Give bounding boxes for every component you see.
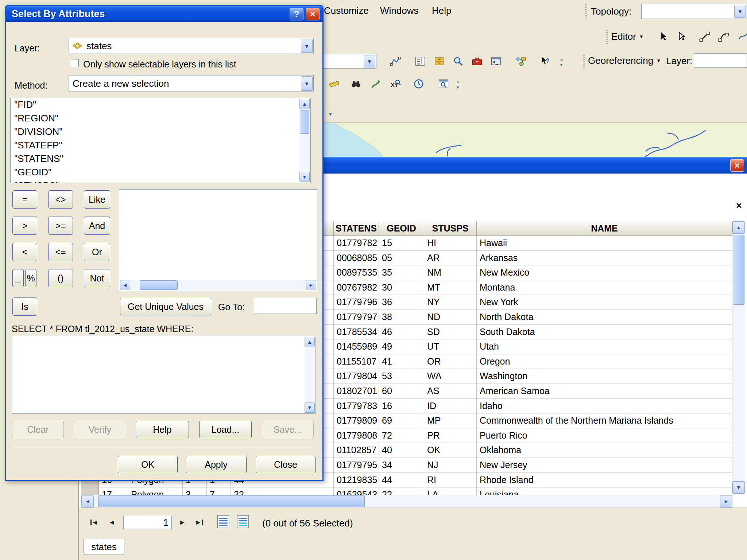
record-next-button[interactable]: ► [176,516,189,529]
clear-button[interactable]: Clear [12,421,64,438]
table-row[interactable]: 01779797 38 ND North Dakota [256,310,732,325]
field-list-item[interactable]: "REGION" [11,112,310,125]
topology-combo-arrow-icon[interactable]: ▼ [734,5,746,18]
table-vscroll-down-icon[interactable]: ▼ [732,481,745,494]
table-row[interactable]: 00068085 05 AR Arkansas [256,251,732,266]
table-hscrollbar-thumb[interactable] [98,495,365,507]
field-list-item[interactable]: "GEOID" [11,166,310,179]
map-scale-combobox[interactable]: ▼ [317,54,376,69]
menu-item-customize[interactable]: Customize [324,5,369,16]
fields-scroll-down-icon[interactable]: ▼ [299,172,310,182]
table-row[interactable]: 01779808 72 PR Puerto Rico [256,428,732,443]
show-all-records-button[interactable] [217,514,229,529]
topology-combobox[interactable]: ▼ [641,4,747,19]
values-hscrollbar-thumb[interactable] [140,280,178,290]
table-row-left-fragment[interactable]: 17 Polygon 3 7 22 [81,487,256,495]
unique-values-listbox[interactable]: ◄ ► [119,189,317,291]
row-selector-cell[interactable] [81,487,99,495]
save-button[interactable]: Save... [262,421,314,438]
method-combobox[interactable]: Create a new selection ▼ [69,75,314,92]
field-list-item[interactable]: "STATENS" [11,152,310,166]
field-list-item[interactable]: "STUSPS" [11,179,310,183]
op-greaterequal-button[interactable]: >= [48,217,73,235]
table-row[interactable]: 01779783 16 ID Idaho [256,399,732,414]
method-combo-arrow-icon[interactable]: ▼ [301,76,313,91]
op-greater-button[interactable]: > [12,217,37,235]
header-statens[interactable]: STATENS [334,221,379,236]
table-row[interactable]: 00767982 30 MT Montana [256,280,732,295]
scale-combo-arrow-icon[interactable]: ▼ [364,55,375,67]
field-list-item[interactable]: "STATEFP" [11,139,310,152]
where-scroll-down-icon[interactable]: ▼ [305,402,315,413]
op-parentheses-button[interactable]: () [48,269,73,287]
record-number-input[interactable] [123,516,172,529]
op-like-button[interactable]: Like [84,190,110,209]
table-row[interactable]: 01779804 53 WA Washington [256,369,732,384]
op-lessequal-button[interactable]: <= [48,243,73,261]
table-vscrollbar-thumb[interactable] [733,235,744,305]
table-row[interactable]: 01779809 69 MP Commonwealth of the North… [256,413,732,428]
edit-tool-icon[interactable] [657,30,670,43]
ok-button[interactable]: OK [118,456,178,473]
table-row[interactable]: 01785534 46 SD South Dakota [256,325,732,340]
table-tab-states[interactable]: states [84,539,124,555]
selectable-layers-checkbox[interactable] [71,59,79,67]
op-and-button[interactable]: And [84,217,110,235]
record-prev-button[interactable]: ◄ [105,516,119,529]
straight-segment-tool-icon[interactable] [698,30,711,43]
table-row[interactable]: 01802701 60 AS American Samoa [256,384,732,399]
georeferencing-layer-combobox[interactable] [694,53,747,68]
close-button[interactable]: Close [256,456,316,473]
editor-toolbar-toggle-icon[interactable] [389,55,402,68]
table-hscroll-left-icon[interactable]: ◄ [81,495,94,508]
fields-listbox[interactable]: "FID""REGION""DIVISION""STATEFP""STATENS… [10,98,311,183]
where-scrollbar-track[interactable] [305,337,315,413]
create-viewer-window-icon[interactable] [437,77,450,90]
op-or-button[interactable]: Or [84,243,110,261]
measure-tool-icon[interactable] [328,77,341,90]
topology-toolbar-handle[interactable] [585,4,587,18]
table-row[interactable]: 01779796 36 NY New York [256,295,732,310]
op-less-button[interactable]: < [12,243,37,261]
search-window-icon[interactable] [452,55,465,68]
table-vscroll-up-icon[interactable]: ▲ [732,221,745,234]
table-panel-close-icon[interactable]: × [736,200,742,211]
table-row[interactable]: 01779795 34 NJ New Jersey [256,458,732,473]
table-row[interactable]: 01629543 22 LA Louisiana [256,487,732,495]
edit-annotation-tool-icon[interactable] [676,30,689,43]
header-geoid[interactable]: GEOID [379,221,424,236]
arctoolbox-window-icon[interactable] [471,55,484,68]
catalog-window-icon[interactable] [433,55,446,68]
menu-item-help[interactable]: Help [432,5,451,16]
table-hscroll-right-icon[interactable]: ► [720,495,732,508]
op-equals-button[interactable]: = [12,190,37,209]
values-scroll-left-icon[interactable]: ◄ [120,280,130,290]
fields-scroll-up-icon[interactable]: ▲ [299,99,310,109]
arc-segment-tool-icon[interactable] [717,30,730,43]
layer-combo-arrow-icon[interactable]: ▼ [301,39,313,53]
dialog-help-button[interactable]: ? [290,8,303,20]
table-row[interactable]: 01455989 49 UT Utah [256,339,732,354]
dialog-close-button[interactable]: × [306,8,320,20]
table-row[interactable]: 01155107 41 OR Oregon [256,354,732,369]
tools-toolbar-overflow-icon[interactable]: » ▾ [454,77,462,92]
field-list-item[interactable]: "DIVISION" [11,125,310,139]
apply-button[interactable]: Apply [186,456,247,473]
op-percent-button[interactable]: % [25,269,36,287]
python-window-icon[interactable]: >_ [489,55,503,68]
goto-input[interactable] [254,298,317,314]
load-button[interactable]: Load... [199,421,252,438]
table-row[interactable]: 01779782 15 HI Hawaii [256,236,732,251]
table-row[interactable]: 00897535 35 NM New Mexico [256,265,732,280]
record-last-button[interactable]: ► [192,516,205,529]
layer-combobox[interactable]: states ▼ [69,38,314,54]
fields-scrollbar-thumb[interactable] [300,110,309,134]
table-of-contents-window-icon[interactable] [414,55,427,68]
table-window-close-button[interactable]: × [730,159,744,172]
georeferencing-toolbar-handle[interactable] [583,55,585,69]
find-binoculars-icon[interactable] [349,77,363,90]
clipped-editor-tool-icon[interactable] [736,30,747,43]
editor-toolbar-handle[interactable] [606,30,608,44]
header-name[interactable]: NAME [477,221,732,236]
where-scroll-up-icon[interactable]: ▲ [305,337,315,347]
